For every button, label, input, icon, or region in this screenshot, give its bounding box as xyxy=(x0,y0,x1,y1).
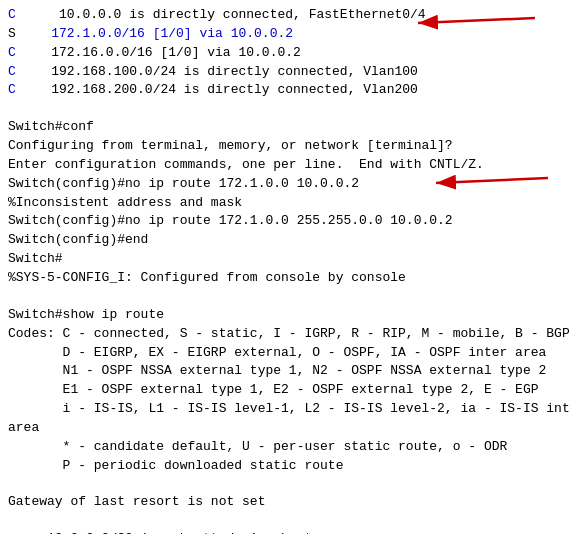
conf-line-3: Enter configuration commands, one per li… xyxy=(8,156,575,175)
conf-line-7-text: Switch(config)#end xyxy=(8,231,148,250)
conf-line-8: Switch# xyxy=(8,250,575,269)
final-line-0: 10.0.0.0/30 is subnetted, 1 subnets xyxy=(8,530,575,534)
line-3: C 172.16.0.0/16 [1/0] via 10.0.0.2 xyxy=(8,44,575,63)
spacer-2 xyxy=(8,288,575,306)
prefix-s: S xyxy=(8,25,20,44)
show-line-2: Codes: C - connected, S - static, I - IG… xyxy=(8,325,575,344)
show-line-7: area xyxy=(8,419,575,438)
show-line-8: * - candidate default, U - per-user stat… xyxy=(8,438,575,457)
show-route-block: Switch#show ip route Codes: C - connecte… xyxy=(8,306,575,476)
conf-line-2-text: Configuring from terminal, memory, or ne… xyxy=(8,137,453,156)
prefix-c-4: C xyxy=(8,63,20,82)
final-line-0-text: 10.0.0.0/30 is subnetted, 1 subnets xyxy=(8,530,320,534)
show-line-8-text: * - candidate default, U - per-user stat… xyxy=(8,438,507,457)
conf-line-4-text: Switch(config)#no ip route 172.1.0.0 10.… xyxy=(8,175,359,194)
prefix-c-5: C xyxy=(8,81,20,100)
terminal-window: C 10.0.0.0 is directly connected, FastEt… xyxy=(0,0,583,534)
line-5-text: 192.168.200.0/24 is directly connected, … xyxy=(20,81,418,100)
prefix-c-3: C xyxy=(8,44,20,63)
show-line-1: Switch#show ip route xyxy=(8,306,575,325)
gateway-line-text: Gateway of last resort is not set xyxy=(8,493,265,512)
conf-line-6-text: Switch(config)#no ip route 172.1.0.0 255… xyxy=(8,212,453,231)
gateway-line: Gateway of last resort is not set xyxy=(8,493,575,512)
show-line-9-text: P - periodic downloaded static route xyxy=(8,457,343,476)
config-block: Switch#conf Configuring from terminal, m… xyxy=(8,118,575,288)
spacer-3 xyxy=(8,475,575,493)
spacer-1 xyxy=(8,100,575,118)
line-3-text: 172.16.0.0/16 [1/0] via 10.0.0.2 xyxy=(20,44,301,63)
show-line-9: P - periodic downloaded static route xyxy=(8,457,575,476)
conf-line-9: %SYS-5-CONFIG_I: Configured from console… xyxy=(8,269,575,288)
line-4-text: 192.168.100.0/24 is directly connected, … xyxy=(20,63,418,82)
show-line-2-text: Codes: C - connected, S - static, I - IG… xyxy=(8,325,570,344)
gateway-block: Gateway of last resort is not set xyxy=(8,493,575,512)
conf-line-5-text: %Inconsistent address and mask xyxy=(8,194,242,213)
conf-line-2: Configuring from terminal, memory, or ne… xyxy=(8,137,575,156)
line-5: C 192.168.200.0/24 is directly connected… xyxy=(8,81,575,100)
show-line-6: i - IS-IS, L1 - IS-IS level-1, L2 - IS-I… xyxy=(8,400,575,419)
show-line-4: N1 - OSPF NSSA external type 1, N2 - OSP… xyxy=(8,362,575,381)
final-routing-block: 10.0.0.0/30 is subnetted, 1 subnets C 10… xyxy=(8,530,575,534)
conf-line-1-text: Switch#conf xyxy=(8,118,94,137)
conf-line-7: Switch(config)#end xyxy=(8,231,575,250)
show-line-3: D - EIGRP, EX - EIGRP external, O - OSPF… xyxy=(8,344,575,363)
routing-block-1: C 10.0.0.0 is directly connected, FastEt… xyxy=(8,6,575,100)
show-line-1-text: Switch#show ip route xyxy=(8,306,164,325)
conf-line-9-text: %SYS-5-CONFIG_I: Configured from console… xyxy=(8,269,406,288)
show-line-7-text: area xyxy=(8,419,39,438)
line-1: C 10.0.0.0 is directly connected, FastEt… xyxy=(8,6,575,25)
conf-line-3-text: Enter configuration commands, one per li… xyxy=(8,156,484,175)
line-2: S 172.1.0.0/16 [1/0] via 10.0.0.2 xyxy=(8,25,575,44)
conf-line-4: Switch(config)#no ip route 172.1.0.0 10.… xyxy=(8,175,575,194)
conf-line-6: Switch(config)#no ip route 172.1.0.0 255… xyxy=(8,212,575,231)
show-line-5: E1 - OSPF external type 1, E2 - OSPF ext… xyxy=(8,381,575,400)
prefix-c: C xyxy=(8,6,20,25)
show-line-5-text: E1 - OSPF external type 1, E2 - OSPF ext… xyxy=(8,381,539,400)
line-1-text: 10.0.0.0 is directly connected, FastEthe… xyxy=(20,6,426,25)
show-line-4-text: N1 - OSPF NSSA external type 1, N2 - OSP… xyxy=(8,362,546,381)
conf-line-8-text: Switch# xyxy=(8,250,63,269)
show-line-3-text: D - EIGRP, EX - EIGRP external, O - OSPF… xyxy=(8,344,546,363)
show-line-6-text: i - IS-IS, L1 - IS-IS level-1, L2 - IS-I… xyxy=(8,400,570,419)
conf-line-1: Switch#conf xyxy=(8,118,575,137)
spacer-4 xyxy=(8,512,575,530)
line-4: C 192.168.100.0/24 is directly connected… xyxy=(8,63,575,82)
line-2-text: 172.1.0.0/16 [1/0] via 10.0.0.2 xyxy=(20,25,293,44)
conf-line-5: %Inconsistent address and mask xyxy=(8,194,575,213)
